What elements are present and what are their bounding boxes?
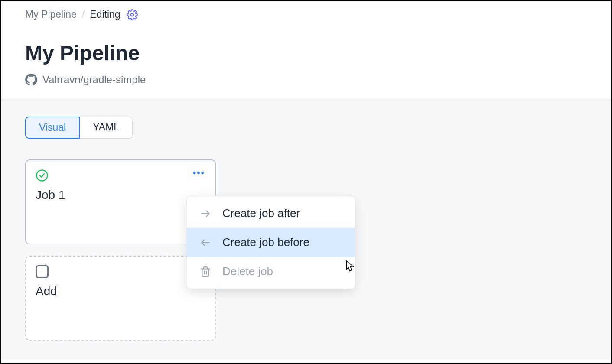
menu-item-label: Create job before <box>222 236 309 249</box>
add-square-icon <box>36 265 49 278</box>
job-card-header <box>36 169 205 182</box>
svg-point-3 <box>197 172 200 174</box>
job-title: Job 1 <box>36 188 205 202</box>
gear-icon[interactable] <box>127 9 138 20</box>
tab-visual[interactable]: Visual <box>25 117 80 139</box>
add-job-label: Add <box>36 284 205 298</box>
page-title: My Pipeline <box>25 41 587 65</box>
menu-item-label: Create job after <box>222 207 300 220</box>
tab-yaml[interactable]: YAML <box>80 117 133 139</box>
breadcrumb-separator: / <box>82 9 85 20</box>
repo-path[interactable]: Valrravn/gradle-simple <box>42 74 146 86</box>
tab-group: Visual YAML <box>25 117 133 139</box>
breadcrumb-current: Editing <box>90 9 120 20</box>
arrow-right-icon <box>200 208 212 219</box>
svg-point-0 <box>130 13 133 16</box>
menu-create-job-before[interactable]: Create job before <box>187 228 355 257</box>
repo-line: Valrravn/gradle-simple <box>25 74 587 86</box>
menu-delete-job: Delete job <box>187 257 355 286</box>
header-section: My Pipeline / Editing My Pipeline Valrra… <box>1 1 611 99</box>
github-icon <box>25 74 37 86</box>
svg-point-1 <box>37 170 48 181</box>
breadcrumb-root[interactable]: My Pipeline <box>25 9 77 20</box>
job-context-menu: Create job after Create job before Delet… <box>186 196 355 289</box>
more-horizontal-icon[interactable] <box>192 169 205 177</box>
trash-icon <box>200 266 212 277</box>
arrow-left-icon <box>200 237 212 248</box>
svg-point-4 <box>201 172 204 174</box>
menu-create-job-after[interactable]: Create job after <box>187 199 355 228</box>
check-circle-icon <box>36 169 49 182</box>
breadcrumb: My Pipeline / Editing <box>25 9 587 20</box>
svg-point-2 <box>193 172 196 174</box>
menu-item-label: Delete job <box>222 265 273 278</box>
